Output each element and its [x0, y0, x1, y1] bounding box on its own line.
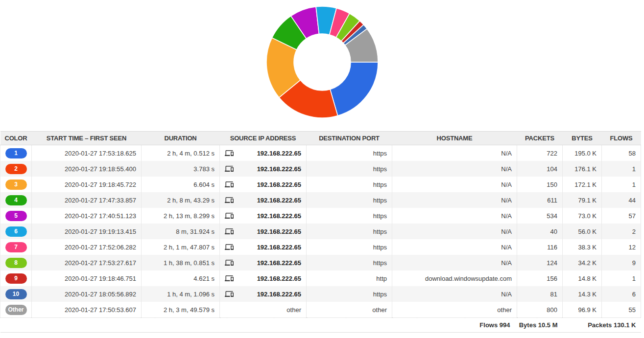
- source-ip-value: 192.168.222.65: [257, 259, 301, 267]
- col-header-hostname[interactable]: HOSTNAME: [392, 132, 517, 145]
- bytes-cell: 14.8 K: [563, 270, 602, 286]
- col-header-duration[interactable]: DURATION: [142, 132, 220, 145]
- source-ip-cell: 192.168.222.65: [220, 161, 307, 177]
- flow-row-9[interactable]: 9 2020-01-27 19:18:46.751 4.621 s 192.16…: [0, 270, 641, 286]
- packets-cell: 156: [517, 270, 563, 286]
- source-ip-value: 192.168.222.65: [257, 291, 301, 298]
- flows-cell: 57: [602, 208, 641, 224]
- hostname-cell: other: [392, 302, 517, 318]
- start-time-cell: 2020-01-27 19:18:45.722: [32, 177, 142, 192]
- footer-total-flows: Flows 994: [0, 318, 517, 333]
- hostname-cell: N/A: [392, 255, 517, 270]
- destination-port-cell: other: [307, 302, 392, 318]
- source-ip-cell: 192.168.222.65: [220, 145, 307, 161]
- color-badge: Other: [5, 305, 27, 315]
- col-header-bytes[interactable]: BYTES: [563, 132, 602, 145]
- devices-icon: [225, 291, 234, 298]
- duration-cell: 8 m, 31.924 s: [142, 224, 220, 239]
- col-header-source-ip[interactable]: SOURCE IP ADDRESS: [220, 132, 307, 145]
- duration-cell: 4.621 s: [142, 270, 220, 286]
- top-flows-table: COLOR START TIME – FIRST SEEN DURATION S…: [0, 131, 641, 333]
- duration-cell: 2 h, 1 m, 47.807 s: [142, 239, 220, 255]
- start-time-cell: 2020-01-27 19:19:13.415: [32, 224, 142, 239]
- destination-port-cell: https: [307, 161, 392, 177]
- col-header-flows[interactable]: FLOWS: [602, 132, 641, 145]
- color-badge: 2: [5, 164, 27, 174]
- col-header-color[interactable]: COLOR: [0, 132, 32, 145]
- color-badge: 1: [5, 148, 27, 158]
- source-ip-cell: 192.168.222.65: [220, 208, 307, 224]
- hostname-cell: N/A: [392, 145, 517, 161]
- flow-row-8[interactable]: 8 2020-01-27 17:53:27.617 1 h, 38 m, 0.8…: [0, 255, 641, 270]
- color-badge: 10: [5, 289, 27, 299]
- color-badge: 7: [5, 242, 27, 252]
- source-ip-value: other: [286, 306, 301, 314]
- footer-total-bytes: Bytes 10.5 M: [517, 318, 563, 333]
- bytes-cell: 14.3 K: [563, 286, 602, 302]
- hostname-cell: N/A: [392, 208, 517, 224]
- flow-row-2[interactable]: 2 2020-01-27 19:18:55.400 3.783 s 192.16…: [0, 161, 641, 177]
- duration-cell: 2 h, 4 m, 0.512 s: [142, 145, 220, 161]
- start-time-cell: 2020-01-27 17:50:53.607: [32, 302, 142, 318]
- flow-row-6[interactable]: 6 2020-01-27 19:19:13.415 8 m, 31.924 s …: [0, 224, 641, 239]
- color-badge: 9: [5, 273, 27, 284]
- destination-port-cell: http: [307, 270, 392, 286]
- packets-cell: 124: [517, 255, 563, 270]
- devices-icon: [225, 212, 234, 220]
- flow-row-other[interactable]: Other 2020-01-27 17:50:53.607 2 h, 3 m, …: [0, 302, 641, 318]
- source-ip-cell: 192.168.222.65: [220, 224, 307, 239]
- start-time-cell: 2020-01-27 19:18:46.751: [32, 270, 142, 286]
- source-ip-value: 192.168.222.65: [257, 228, 301, 235]
- flow-row-3[interactable]: 3 2020-01-27 19:18:45.722 6.604 s 192.16…: [0, 177, 641, 192]
- packets-cell: 150: [517, 177, 563, 192]
- start-time-cell: 2020-01-27 18:05:56.892: [32, 286, 142, 302]
- source-ip-value: 192.168.222.65: [257, 197, 301, 204]
- source-ip-cell: 192.168.222.65: [220, 270, 307, 286]
- color-badge: 3: [5, 180, 27, 190]
- flow-row-1[interactable]: 1 2020-01-27 17:53:18.625 2 h, 4 m, 0.51…: [0, 145, 641, 161]
- duration-cell: 1 h, 4 m, 1.096 s: [142, 286, 220, 302]
- flows-cell: 9: [602, 255, 641, 270]
- flow-row-4[interactable]: 4 2020-01-27 17:47:33.857 2 h, 8 m, 43.2…: [0, 192, 641, 208]
- bytes-cell: 73.0 K: [563, 208, 602, 224]
- table-header-row: COLOR START TIME – FIRST SEEN DURATION S…: [0, 132, 641, 145]
- bytes-cell: 172.1 K: [563, 177, 602, 192]
- duration-cell: 2 h, 13 m, 8.299 s: [142, 208, 220, 224]
- donut-segment-1[interactable]: [330, 62, 378, 116]
- packets-cell: 81: [517, 286, 563, 302]
- destination-port-cell: https: [307, 145, 392, 161]
- destination-port-cell: https: [307, 208, 392, 224]
- flow-row-7[interactable]: 7 2020-01-27 17:52:06.282 2 h, 1 m, 47.8…: [0, 239, 641, 255]
- packets-cell: 104: [517, 161, 563, 177]
- hostname-cell: N/A: [392, 161, 517, 177]
- col-header-destination-port[interactable]: DESTINATION PORT: [307, 132, 392, 145]
- duration-cell: 2 h, 8 m, 43.29 s: [142, 192, 220, 208]
- source-ip-cell: 192.168.222.65: [220, 239, 307, 255]
- duration-cell: 2 h, 3 m, 49.579 s: [142, 302, 220, 318]
- flows-cell: 1: [602, 161, 641, 177]
- duration-cell: 6.604 s: [142, 177, 220, 192]
- hostname-cell: N/A: [392, 177, 517, 192]
- bytes-cell: 176.1 K: [563, 161, 602, 177]
- start-time-cell: 2020-01-27 17:53:27.617: [32, 255, 142, 270]
- bytes-cell: 56.0 K: [563, 224, 602, 239]
- col-header-start-time[interactable]: START TIME – FIRST SEEN: [32, 132, 142, 145]
- flows-cell: 44: [602, 192, 641, 208]
- hostname-cell: download.windowsupdate.com: [392, 270, 517, 286]
- hostname-cell: N/A: [392, 286, 517, 302]
- devices-icon: [225, 244, 234, 251]
- table-footer-row: Flows 994 Bytes 10.5 M Packets 130.1 K: [0, 318, 641, 333]
- destination-port-cell: https: [307, 224, 392, 239]
- col-header-packets[interactable]: PACKETS: [517, 132, 563, 145]
- destination-port-cell: https: [307, 192, 392, 208]
- donut-chart-area: [0, 0, 644, 131]
- devices-icon: [225, 259, 234, 267]
- flows-cell: 2: [602, 224, 641, 239]
- flows-cell: 6: [602, 286, 641, 302]
- destination-port-cell: https: [307, 239, 392, 255]
- source-ip-cell: 192.168.222.65: [220, 286, 307, 302]
- flow-row-5[interactable]: 5 2020-01-27 17:40:51.123 2 h, 13 m, 8.2…: [0, 208, 641, 224]
- flow-row-10[interactable]: 10 2020-01-27 18:05:56.892 1 h, 4 m, 1.0…: [0, 286, 641, 302]
- devices-icon: [225, 197, 234, 204]
- flows-cell: 55: [602, 302, 641, 318]
